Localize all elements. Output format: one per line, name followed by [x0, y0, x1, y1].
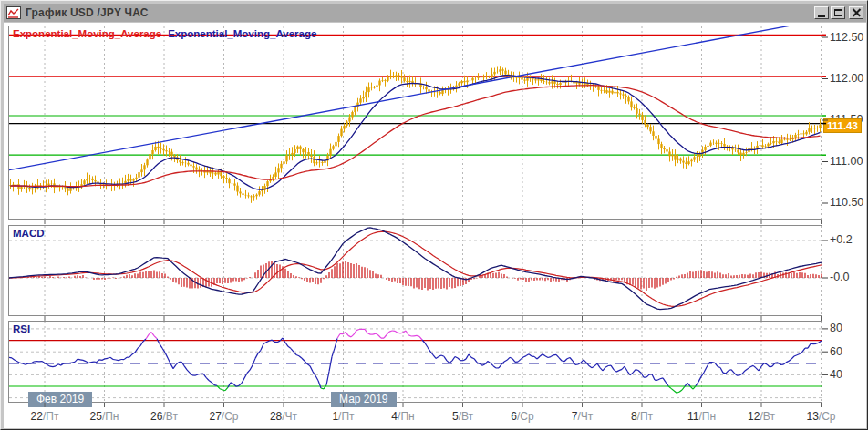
time-weekday: /Чт: [282, 410, 297, 423]
month-badge: Фев 2019: [28, 392, 92, 407]
minimize-button[interactable]: [814, 6, 829, 19]
time-day: 5: [452, 410, 459, 423]
maximize-icon: [834, 9, 842, 16]
ema-line: [11, 86, 821, 187]
time-weekday: /Пт: [43, 410, 58, 423]
time-weekday: /Ср: [819, 410, 836, 423]
time-tick-label: 13/Ср: [792, 410, 851, 423]
indicator-labels: Exponential_Moving_AverageExponential_Mo…: [13, 28, 316, 39]
time-tick-label: 1/Пт: [315, 410, 373, 423]
current-price-tag: 111.43: [823, 118, 862, 133]
axis-tick-label: 111.00: [830, 155, 863, 168]
time-weekday: /Пн: [398, 410, 415, 423]
ema-indicator-label: Exponential_Moving_Average: [13, 28, 161, 39]
time-weekday: /Вт: [162, 410, 177, 423]
time-weekday: /Чт: [577, 410, 593, 423]
time-weekday: /Ср: [517, 410, 534, 423]
time-day: 8: [631, 410, 637, 423]
axis-tick-label: 80: [830, 322, 842, 334]
maximize-button[interactable]: [831, 6, 845, 19]
macd-panel[interactable]: MACD: [8, 225, 822, 316]
time-weekday: /Пн: [698, 410, 716, 423]
time-day: 25: [90, 410, 102, 423]
time-tick-label: 11/Пн: [673, 410, 731, 423]
chart-window: График USD /JPY ЧАС Exponential_Moving_A…: [0, 0, 868, 430]
time-weekday: /Ср: [222, 410, 239, 423]
time-tick-label: 7/Чт: [553, 410, 612, 423]
time-day: 13: [806, 410, 818, 423]
price-chart: [9, 26, 822, 219]
time-day: 22: [31, 410, 43, 423]
time-weekday: /Вт: [459, 410, 473, 423]
axis-tick-label: +0.2: [830, 233, 852, 246]
month-badge: Мар 2019: [331, 392, 397, 407]
time-tick-label: 6/Ср: [493, 410, 552, 423]
macd-signal-line: [9, 231, 822, 306]
window-title: График USD /JPY ЧАС: [26, 6, 812, 19]
title-bar[interactable]: График USD /JPY ЧАС: [4, 4, 866, 22]
time-weekday: /Вт: [760, 410, 774, 423]
macd-chart: [9, 226, 822, 315]
rsi-panel[interactable]: RSI: [8, 321, 822, 403]
rsi-chart: [9, 322, 822, 402]
rsi-line: [9, 329, 822, 393]
axis-tick-label: 112.00: [830, 72, 863, 85]
close-button[interactable]: [849, 6, 863, 19]
macd-histogram: [9, 261, 822, 291]
time-day: 11: [687, 410, 698, 423]
time-tick-label: 22/Пт: [16, 410, 74, 423]
axis-tick-label: 60: [830, 345, 842, 358]
minimize-icon: [818, 15, 825, 17]
axis-tick-label: 112.50: [830, 31, 863, 44]
axis-tick-label: 110.50: [830, 196, 863, 209]
rsi-label: RSI: [13, 323, 30, 334]
time-weekday: /Пт: [637, 410, 653, 423]
time-tick-label: 8/Пт: [613, 410, 671, 423]
time-weekday: /Пт: [338, 410, 354, 423]
time-day: 27: [209, 410, 221, 423]
macd-label: MACD: [13, 228, 45, 239]
time-day: 26: [150, 410, 162, 423]
axis-tick-label: 40: [830, 368, 842, 381]
time-day: 28: [270, 410, 282, 423]
time-tick-label: 26/Вт: [135, 410, 193, 423]
time-tick-label: 5/Вт: [434, 410, 492, 423]
ema-indicator-label: Exponential_Moving_Average: [168, 28, 316, 39]
chart-app-icon: [6, 6, 21, 19]
time-tick-label: 27/Ср: [195, 410, 253, 423]
time-day: 12: [748, 410, 760, 423]
time-tick-label: 25/Пн: [76, 410, 134, 423]
time-tick-label: 12/Вт: [732, 410, 790, 423]
ema-line: [11, 76, 821, 190]
close-icon: [852, 9, 861, 17]
macd-line: [9, 228, 822, 310]
axis-tick-label: -0.0: [830, 271, 850, 283]
time-tick-label: 4/Пн: [374, 410, 432, 423]
time-day: 6: [511, 410, 517, 423]
price-chart-panel[interactable]: Exponential_Moving_AverageExponential_Mo…: [8, 26, 822, 220]
time-tick-label: 28/Чт: [254, 410, 313, 423]
trend-line: [9, 26, 822, 170]
time-weekday: /Пн: [102, 410, 119, 423]
